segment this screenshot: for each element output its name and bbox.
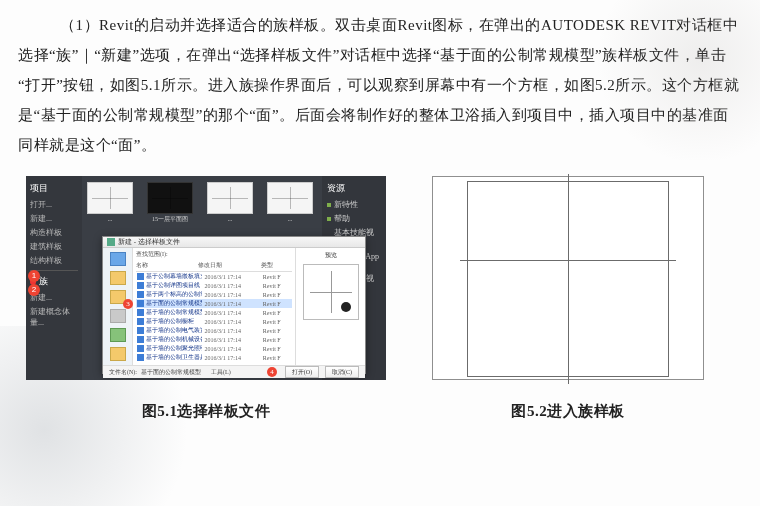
file-icon — [137, 318, 144, 325]
file-row[interactable]: 基于墙的公制卫生器具2016/3/1 17:14Revit F — [136, 353, 292, 362]
file-row[interactable]: 基于墙的公制聚光照明设备2016/3/1 17:14Revit F — [136, 344, 292, 353]
file-date: 2016/3/1 17:14 — [204, 346, 260, 352]
file-type: Revit F — [263, 301, 291, 307]
figure-5-1: 项目 打开... 新建... 构造样板 建筑样板 结构样板 族 新建... 新建… — [26, 176, 386, 380]
file-row[interactable]: 基于墙的公制机械设备2016/3/1 17:14Revit F — [136, 335, 292, 344]
file-name: 基于面的公制常规模型 — [146, 299, 202, 308]
cancel-button[interactable]: 取消(C) — [325, 366, 359, 378]
file-date: 2016/3/1 17:14 — [204, 337, 260, 343]
face-square — [467, 181, 669, 377]
file-name: 基于墙的公制聚光照明设备 — [146, 344, 202, 353]
file-icon — [137, 327, 144, 334]
select-template-dialog: 新建 - 选择样板文件 查找范围(I — [102, 236, 366, 374]
file-name: 基于公制幕墙嵌板填充图案 — [146, 272, 202, 281]
figure-5-2-caption: 图5.2进入族样板 — [511, 402, 624, 421]
file-type: Revit F — [263, 274, 291, 280]
place-icon[interactable] — [110, 328, 126, 342]
file-date: 2016/3/1 17:14 — [204, 355, 260, 361]
callout-marker-2: 2 — [28, 284, 40, 296]
file-type: Revit F — [263, 346, 291, 352]
file-icon — [137, 354, 144, 361]
dialog-footer: 文件名(N): 基于面的公制常规模型 工具(L) 4 打开(O) 取消(C) — [103, 365, 365, 378]
file-name: 基于两个标高的公制常规模型 — [146, 290, 202, 299]
left-item: 结构样板 — [30, 255, 78, 266]
file-row[interactable]: 基于墙的公制橱柜2016/3/1 17:14Revit F — [136, 317, 292, 326]
figure-5-2-wrap: 图5.2进入族样板 — [432, 176, 704, 421]
right-item: 帮助 — [334, 213, 350, 224]
dialog-preview-pane: 预览 — [295, 248, 365, 365]
figure-5-1-caption: 图5.1选择样板文件 — [142, 402, 271, 421]
figure-5-1-wrap: 项目 打开... 新建... 构造样板 建筑样板 结构样板 族 新建... 新建… — [26, 176, 386, 421]
left-item: 构造样板 — [30, 227, 78, 238]
file-icon — [137, 345, 144, 352]
file-icon — [137, 282, 144, 289]
left-item: 建筑样板 — [30, 241, 78, 252]
tools-label: 工具(L) — [211, 368, 231, 377]
left-item: 新建... — [30, 213, 78, 224]
file-name: 基于墙的公制常规模型 — [146, 308, 202, 317]
file-row[interactable]: 基于公制详图项目线2016/3/1 17:14Revit F — [136, 281, 292, 290]
figure-5-2 — [432, 176, 704, 380]
file-date: 2016/3/1 17:14 — [204, 283, 260, 289]
file-type: Revit F — [263, 283, 291, 289]
file-type: Revit F — [263, 328, 291, 334]
filename-label: 文件名(N): — [109, 368, 137, 377]
ref-plane-vertical — [568, 174, 569, 384]
file-name: 基于墙的公制卫生器具 — [146, 353, 202, 362]
file-date: 2016/3/1 17:14 — [204, 319, 260, 325]
thumbnail: ... — [266, 182, 314, 223]
right-header: 资源 — [327, 182, 381, 195]
callout-marker-1: 1 — [28, 270, 40, 282]
file-row[interactable]: 基于公制幕墙嵌板填充图案2016/3/1 17:14Revit F — [136, 272, 292, 281]
left-header-projects: 项目 — [30, 182, 78, 195]
right-item: 新特性 — [334, 199, 358, 210]
file-type: Revit F — [263, 292, 291, 298]
file-name: 基于公制详图项目线 — [146, 281, 202, 290]
file-list: 查找范围(I): 名称 修改日期 类型 基于公制幕墙嵌板填充图案2016/3/1… — [133, 248, 295, 365]
file-row[interactable]: 基于墙的公制常规模型2016/3/1 17:14Revit F — [136, 308, 292, 317]
file-name: 基于墙的公制橱柜 — [146, 317, 202, 326]
file-date: 2016/3/1 17:14 — [204, 274, 260, 280]
paragraph-1: （1）Revit的启动并选择适合的族样板。双击桌面Revit图标，在弹出的AUT… — [18, 10, 742, 160]
place-icon[interactable] — [110, 271, 126, 285]
file-icon — [137, 309, 144, 316]
file-date: 2016/3/1 17:14 — [204, 310, 260, 316]
ref-plane-horizontal — [460, 260, 676, 261]
file-row[interactable]: 基于两个标高的公制常规模型2016/3/1 17:14Revit F — [136, 290, 292, 299]
lookin-label: 查找范围(I): — [136, 250, 292, 259]
file-type: Revit F — [263, 319, 291, 325]
open-button[interactable]: 打开(O) — [285, 366, 319, 378]
thumbnail: ... — [206, 182, 254, 223]
preview-thumbnail — [303, 264, 359, 320]
file-type: Revit F — [263, 310, 291, 316]
file-icon — [137, 300, 144, 307]
figures-row: 项目 打开... 新建... 构造样板 建筑样板 结构样板 族 新建... 新建… — [18, 176, 742, 421]
dialog-title: 新建 - 选择样板文件 — [118, 237, 180, 247]
file-row[interactable]: 3基于面的公制常规模型2016/3/1 17:14Revit F — [136, 299, 292, 308]
file-date: 2016/3/1 17:14 — [204, 328, 260, 334]
place-icon[interactable] — [110, 252, 126, 266]
preview-label: 预览 — [325, 251, 337, 260]
recent-thumbnails: ... 15一层平面图 ... ... — [86, 182, 316, 232]
file-icon — [137, 336, 144, 343]
file-name: 基于墙的公制电气装置 — [146, 326, 202, 335]
file-date: 2016/3/1 17:14 — [204, 301, 260, 307]
file-name: 基于墙的公制机械设备 — [146, 335, 202, 344]
place-icon[interactable] — [110, 347, 126, 361]
dialog-icon — [107, 238, 115, 246]
left-item: 新建概念体量... — [30, 306, 78, 328]
file-icon — [137, 291, 144, 298]
document-page: （1）Revit的启动并选择适合的族样板。双击桌面Revit图标，在弹出的AUT… — [0, 0, 760, 421]
thumbnail: 15一层平面图 — [146, 182, 194, 223]
file-date: 2016/3/1 17:14 — [204, 292, 260, 298]
file-type: Revit F — [263, 337, 291, 343]
file-list-header: 名称 修改日期 类型 — [136, 260, 292, 272]
dialog-titlebar: 新建 - 选择样板文件 — [103, 237, 365, 248]
filename-value: 基于面的公制常规模型 — [141, 368, 201, 377]
left-item: 打开... — [30, 199, 78, 210]
file-row[interactable]: 基于墙的公制电气装置2016/3/1 17:14Revit F — [136, 326, 292, 335]
file-type: Revit F — [263, 355, 291, 361]
place-icon[interactable] — [110, 309, 126, 323]
thumbnail: ... — [86, 182, 134, 223]
file-icon — [137, 273, 144, 280]
